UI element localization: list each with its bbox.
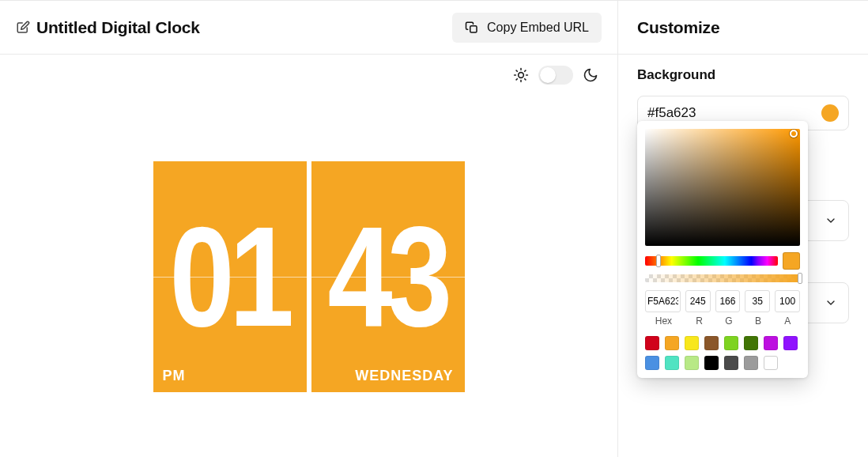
svg-point-1 (519, 73, 524, 78)
copy-icon (465, 21, 479, 35)
color-preset[interactable] (665, 356, 679, 370)
copy-embed-url-button[interactable]: Copy Embed URL (452, 13, 602, 43)
board-title: Untitled Digital Clock (36, 18, 200, 37)
color-hex-input[interactable] (645, 290, 681, 312)
background-color-value: #f5a623 (647, 105, 696, 121)
color-alpha-slider[interactable] (645, 274, 800, 282)
color-saturation-value-area[interactable] (645, 129, 800, 246)
color-picker-popover: Hex R G B A (637, 121, 808, 378)
svg-line-9 (525, 70, 526, 71)
digital-clock-preview: 01 PM 43 WEDNESDAY (153, 161, 465, 392)
background-label: Background (637, 67, 849, 83)
color-preset[interactable] (744, 356, 758, 370)
color-preset[interactable] (685, 356, 699, 370)
svg-line-8 (516, 79, 517, 80)
color-preset[interactable] (764, 356, 778, 370)
svg-line-5 (525, 79, 526, 80)
copy-embed-url-label: Copy Embed URL (487, 21, 589, 35)
chevron-down-icon (825, 214, 837, 227)
color-presets (645, 336, 800, 370)
clock-minutes: 43 (328, 206, 447, 348)
customize-title: Customize (637, 18, 719, 37)
edit-icon (16, 21, 30, 35)
board-title-wrap[interactable]: Untitled Digital Clock (16, 18, 200, 37)
clock-hours-card: 01 PM (153, 161, 307, 392)
color-g-label: G (716, 315, 741, 327)
color-r-label: R (687, 315, 711, 327)
color-preset[interactable] (685, 336, 699, 350)
color-g-input[interactable] (715, 290, 741, 312)
color-a-label: A (776, 315, 800, 327)
theme-toggle[interactable] (538, 66, 573, 85)
color-preset[interactable] (724, 356, 738, 370)
color-hex-label: Hex (645, 315, 682, 327)
clock-ampm: PM (163, 368, 186, 384)
color-preset[interactable] (744, 336, 758, 350)
svg-line-4 (516, 70, 517, 71)
color-hue-slider[interactable] (645, 256, 778, 266)
color-r-input[interactable] (685, 290, 711, 312)
color-a-input[interactable] (775, 290, 800, 312)
clock-hours: 01 (170, 206, 289, 348)
color-preset[interactable] (645, 356, 659, 370)
color-preset[interactable] (704, 336, 719, 350)
color-preset[interactable] (783, 336, 798, 350)
svg-rect-0 (470, 25, 477, 32)
color-current-swatch (783, 252, 800, 270)
sun-icon (513, 67, 529, 83)
background-color-swatch (821, 104, 839, 122)
color-preset[interactable] (665, 336, 679, 350)
color-preset[interactable] (764, 336, 778, 350)
color-preset[interactable] (704, 356, 719, 370)
moon-icon (583, 67, 598, 83)
color-preset[interactable] (645, 336, 659, 350)
color-preset[interactable] (724, 336, 738, 350)
chevron-down-icon (825, 296, 837, 309)
color-b-input[interactable] (745, 290, 770, 312)
color-b-label: B (745, 315, 770, 327)
clock-minutes-card: 43 WEDNESDAY (311, 161, 465, 392)
clock-day: WEDNESDAY (355, 368, 453, 384)
